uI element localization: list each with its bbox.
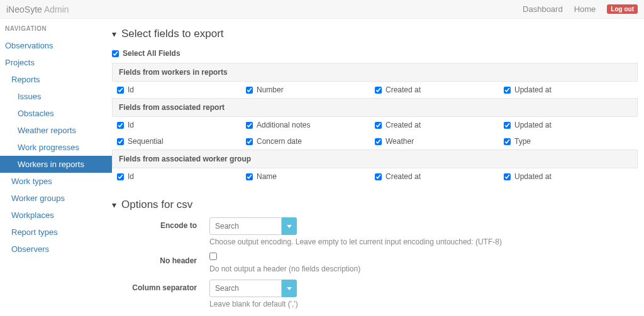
colsep-label: Column separator: [112, 280, 197, 308]
field-checkbox[interactable]: [246, 122, 253, 129]
chevron-down-icon: ▾: [112, 29, 116, 39]
field-label: Id: [128, 172, 134, 181]
sidebar-item[interactable]: Workers in reports: [0, 156, 112, 173]
sidebar-item[interactable]: Observers: [0, 241, 112, 258]
field-checkbox[interactable]: [246, 87, 253, 94]
noheader-label: No header: [112, 253, 197, 273]
field-group-header: Fields from workers in reports: [112, 63, 638, 82]
field-checkbox[interactable]: [504, 122, 511, 129]
field-checkbox[interactable]: [246, 173, 253, 180]
logout-button[interactable]: Log out: [607, 4, 638, 14]
field-cell: Updated at: [504, 85, 633, 94]
field-label: Concern date: [257, 137, 302, 146]
noheader-checkbox[interactable]: [209, 253, 217, 260]
field-cell: Id: [117, 121, 246, 129]
field-cell: Id: [117, 85, 246, 94]
field-label: Created at: [386, 121, 421, 129]
nav-header: NAVIGATION: [0, 25, 112, 37]
sidebar-item[interactable]: Workplaces: [0, 207, 112, 224]
field-row: IdNumberCreated atUpdated at: [112, 82, 638, 98]
field-cell: Concern date: [246, 137, 375, 146]
section-fields-toggle[interactable]: ▾ Select fields to export: [112, 28, 638, 40]
sidebar-item[interactable]: Work types: [0, 173, 112, 190]
section-fields-title: Select fields to export: [121, 28, 224, 40]
field-checkbox[interactable]: [375, 173, 382, 180]
field-checkbox[interactable]: [117, 173, 124, 180]
field-cell: Updated at: [504, 172, 633, 181]
noheader-help: Do not output a header (no fields descri…: [209, 264, 638, 273]
field-group-header: Fields from associated worker group: [112, 150, 638, 168]
field-checkbox[interactable]: [117, 87, 124, 94]
brand[interactable]: iNeoSyte Admin: [6, 4, 69, 14]
encode-label: Encode to: [112, 217, 197, 246]
field-checkbox[interactable]: [375, 138, 382, 145]
field-label: Number: [257, 85, 284, 94]
topbar: iNeoSyte Admin Dashboard Home Log out: [0, 0, 644, 19]
sidebar-item[interactable]: Weather reports: [0, 122, 112, 139]
sidebar-item[interactable]: Worker groups: [0, 190, 112, 207]
sidebar-item[interactable]: Projects: [0, 54, 112, 71]
chevron-down-icon: ▾: [112, 200, 116, 210]
field-label: Id: [128, 121, 134, 129]
main-content: ▾ Select fields to export Select All Fie…: [112, 19, 644, 316]
field-checkbox[interactable]: [117, 122, 124, 129]
field-label: Sequential: [128, 137, 164, 146]
nav-dashboard[interactable]: Dashboard: [523, 4, 563, 14]
colsep-dropdown-toggle[interactable]: [282, 280, 297, 297]
field-cell: Created at: [375, 172, 504, 181]
caret-down-icon: [287, 225, 292, 228]
field-checkbox[interactable]: [504, 87, 511, 94]
field-checkbox[interactable]: [246, 138, 253, 145]
field-checkbox[interactable]: [375, 122, 382, 129]
field-cell: Weather: [375, 137, 504, 146]
colsep-input[interactable]: [209, 280, 282, 297]
field-checkbox[interactable]: [117, 138, 124, 145]
nav-home[interactable]: Home: [574, 4, 596, 14]
caret-down-icon: [287, 287, 292, 290]
encode-input[interactable]: [209, 217, 282, 235]
field-label: Updated at: [514, 85, 552, 94]
field-cell: Name: [246, 172, 375, 181]
field-label: Updated at: [514, 121, 552, 129]
field-label: Created at: [386, 85, 421, 94]
section-options-title: Options for csv: [121, 199, 192, 211]
sidebar-item[interactable]: Report types: [0, 224, 112, 241]
field-row: IdAdditional notesCreated atUpdated at: [112, 117, 638, 133]
field-cell: Type: [504, 137, 633, 146]
field-cell: Created at: [375, 121, 504, 129]
brand-sub: Admin: [42, 4, 69, 14]
encode-dropdown-toggle[interactable]: [282, 217, 297, 235]
field-label: Weather: [386, 137, 414, 146]
field-cell: Id: [117, 172, 246, 181]
field-cell: Updated at: [504, 121, 633, 129]
field-label: Updated at: [514, 172, 552, 181]
field-cell: Additional notes: [246, 121, 375, 129]
sidebar-item[interactable]: Work progresses: [0, 139, 112, 156]
field-label: Name: [257, 172, 277, 181]
field-cell: Number: [246, 85, 375, 94]
select-all-checkbox[interactable]: [112, 50, 119, 57]
field-row: SequentialConcern dateWeatherType: [112, 133, 638, 150]
encode-help: Choose output encoding. Leave empty to l…: [209, 237, 638, 246]
brand-main: iNeoSyte: [6, 4, 42, 14]
select-all-label: Select All Fields: [123, 49, 180, 58]
field-label: Additional notes: [257, 121, 310, 129]
section-options-toggle[interactable]: ▾ Options for csv: [112, 199, 638, 211]
field-label: Id: [128, 85, 134, 94]
field-cell: Created at: [375, 85, 504, 94]
field-checkbox[interactable]: [504, 138, 511, 145]
field-cell: Sequential: [117, 137, 246, 146]
field-checkbox[interactable]: [504, 173, 511, 180]
sidebar-item[interactable]: Reports: [0, 71, 112, 88]
sidebar-item[interactable]: Issues: [0, 88, 112, 105]
sidebar: NAVIGATION ObservationsProjectsReportsIs…: [0, 19, 112, 316]
field-label: Type: [514, 137, 531, 146]
sidebar-item[interactable]: Obstacles: [0, 105, 112, 122]
sidebar-item[interactable]: Observations: [0, 37, 112, 54]
field-row: IdNameCreated atUpdated at: [112, 168, 638, 185]
colsep-help: Leave blank for default (','): [209, 300, 638, 308]
field-label: Created at: [386, 172, 421, 181]
field-checkbox[interactable]: [375, 87, 382, 94]
field-group-header: Fields from associated report: [112, 98, 638, 117]
